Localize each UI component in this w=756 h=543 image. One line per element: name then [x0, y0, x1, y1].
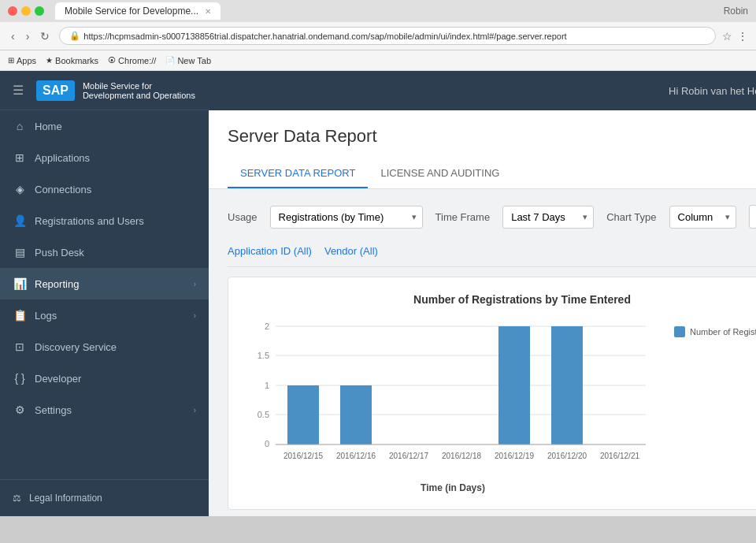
top-bar: Hi Robin van het Hof 👤 ?: [209, 71, 756, 110]
svg-text:2: 2: [265, 322, 269, 331]
sidebar-item-pushdesk[interactable]: ▤ Push Desk: [0, 236, 209, 268]
logs-chevron-icon: ›: [194, 311, 196, 320]
usage-select[interactable]: Registrations (by Time) Registrations (b…: [270, 206, 423, 229]
chart-svg: 2 1.5 1 0.5 0: [244, 318, 662, 476]
chrome-icon: ⦿: [108, 56, 116, 65]
sidebar-item-registrations[interactable]: 👤 Registrations and Users: [0, 205, 209, 236]
bookmark-newtab[interactable]: 📄 New Tab: [165, 56, 211, 65]
legend-color-swatch: [674, 326, 685, 337]
bookmark-bookmarks[interactable]: ★ Bookmarks: [46, 56, 98, 65]
svg-text:2016/12/18: 2016/12/18: [442, 452, 481, 460]
bar-20161215: [287, 385, 319, 444]
applications-icon: ⊞: [13, 151, 27, 164]
menu-icon[interactable]: ⋮: [737, 30, 748, 43]
sidebar-app-title: Mobile Service for Development and Opera…: [83, 81, 196, 100]
hamburger-icon[interactable]: ☰: [13, 83, 24, 98]
chart-main: 2 1.5 1 0.5 0: [244, 318, 662, 493]
settings-icon: ⚙: [13, 404, 27, 416]
legend-label: Number of Registrations: [690, 327, 756, 337]
bookmark-chrome[interactable]: ⦿ Chrome://: [108, 56, 156, 65]
timeframe-select-wrapper: Last 7 Days Last 30 Days Last 90 Days: [502, 206, 594, 229]
content-header: Server Data Report SERVER DATA REPORT LI…: [209, 110, 756, 189]
browser-chrome: Mobile Service for Developme... ✕ Robin …: [0, 0, 756, 71]
tab-server-data-report[interactable]: SERVER DATA REPORT: [228, 159, 368, 188]
main-content: Server Data Report SERVER DATA REPORT LI…: [209, 110, 756, 516]
timeframe-label: Time Frame: [435, 211, 491, 223]
secure-icon: 🔒: [69, 31, 80, 41]
bookmarks-bar: ⊞ Apps ★ Bookmarks ⦿ Chrome:// 📄 New Tab: [0, 50, 756, 71]
svg-text:0.5: 0.5: [258, 410, 269, 419]
bar-20161219: [498, 326, 530, 444]
home-icon: ⌂: [13, 120, 27, 132]
browser-nav: ‹ › ↻: [8, 28, 53, 44]
registrations-icon: 👤: [13, 214, 27, 227]
maximize-dot[interactable]: [35, 6, 44, 16]
bar-20161216: [340, 385, 372, 444]
close-dot[interactable]: [8, 6, 17, 16]
legal-information-item[interactable]: ⚖ Legal Information: [13, 489, 196, 507]
svg-text:2016/12/20: 2016/12/20: [547, 452, 587, 460]
sidebar-item-applications-label: Applications: [35, 152, 90, 164]
sidebar-item-logs[interactable]: 📋 Logs ›: [0, 299, 209, 331]
back-button[interactable]: ‹: [8, 28, 18, 44]
sidebar-item-settings[interactable]: ⚙ Settings ›: [0, 394, 209, 426]
application-filter-link[interactable]: Application ID (All): [228, 245, 312, 257]
chrome-label: Chrome://: [118, 56, 156, 65]
refresh-button[interactable]: ↻: [37, 28, 53, 44]
forward-button[interactable]: ›: [23, 28, 33, 44]
tab-server-label: SERVER DATA REPORT: [240, 167, 355, 179]
legal-icon: ⚖: [13, 493, 21, 504]
sidebar-item-logs-label: Logs: [35, 310, 57, 322]
sidebar-item-developer[interactable]: { } Developer: [0, 363, 209, 394]
sidebar-item-settings-label: Settings: [35, 404, 72, 416]
chart-legend: Number of Registrations: [674, 318, 756, 493]
page-title: Server Data Report: [228, 126, 756, 147]
url-bar[interactable]: 🔒 https://hcpmsadmin-s0007138856trial.di…: [59, 27, 716, 45]
svg-text:1: 1: [265, 381, 269, 390]
top-bar-right: Hi Robin van het Hof 👤 ?: [669, 80, 756, 102]
minimize-dot[interactable]: [21, 6, 31, 16]
discovery-icon: ⊡: [13, 340, 27, 353]
sidebar-item-reporting[interactable]: 📊 Reporting ›: [0, 268, 209, 299]
bookmarks-label: Bookmarks: [55, 56, 98, 65]
filter-row: Usage Registrations (by Time) Registrati…: [228, 205, 756, 229]
browser-tab[interactable]: Mobile Service for Developme... ✕: [55, 2, 220, 20]
sidebar-item-connections-label: Connections: [35, 184, 91, 195]
sidebar-item-home-label: Home: [35, 121, 62, 132]
content-body: Usage Registrations (by Time) Registrati…: [209, 189, 756, 516]
bookmark-icon[interactable]: ☆: [722, 30, 732, 43]
sidebar-item-developer-label: Developer: [35, 373, 81, 385]
newtab-icon: 📄: [165, 56, 175, 65]
x-axis-label: Time (in Days): [244, 482, 662, 493]
browser-user: Robin: [724, 6, 748, 17]
browser-dots: [8, 6, 44, 16]
sidebar-item-home[interactable]: ⌂ Home: [0, 110, 209, 142]
timeframe-select[interactable]: Last 7 Days Last 30 Days Last 90 Days: [502, 206, 594, 229]
url-text: https://hcpmsadmin-s0007138856trial.disp…: [83, 32, 566, 41]
tab-license-label: LICENSE AND AUDITING: [380, 167, 499, 179]
charttype-label: Chart Type: [606, 211, 656, 223]
pushdesk-icon: ▤: [13, 246, 27, 258]
newtab-label: New Tab: [177, 56, 211, 65]
sidebar-item-discovery[interactable]: ⊡ Discovery Service: [0, 331, 209, 363]
charttype-select[interactable]: Column Bar Line: [669, 206, 736, 229]
developer-icon: { }: [13, 372, 27, 385]
user-greeting: Hi Robin van het Hof: [669, 85, 756, 97]
settings-chevron-icon: ›: [194, 406, 196, 415]
sidebar-item-applications[interactable]: ⊞ Applications: [0, 142, 209, 173]
svg-text:2016/12/16: 2016/12/16: [336, 452, 376, 460]
app-container: ☰ SAP Mobile Service for Development and…: [0, 71, 756, 516]
tab-close-icon[interactable]: ✕: [205, 7, 211, 16]
sidebar-item-pushdesk-label: Push Desk: [35, 247, 84, 258]
legal-label: Legal Information: [29, 493, 102, 504]
bar-20161220: [551, 326, 583, 444]
tabs: SERVER DATA REPORT LICENSE AND AUDITING: [228, 159, 756, 188]
tab-license-auditing[interactable]: LICENSE AND AUDITING: [368, 159, 512, 188]
sidebar-footer: ⚖ Legal Information: [0, 479, 209, 516]
bookmark-apps[interactable]: ⊞ Apps: [8, 56, 36, 65]
sidebar-item-connections[interactable]: ◈ Connections: [0, 173, 209, 205]
sidebar-nav: ⌂ Home ⊞ Applications ◈ Connections 👤 Re…: [0, 110, 209, 479]
vendor-filter-link[interactable]: Vendor (All): [324, 245, 378, 257]
chart-title: Number of Registrations by Time Entered: [244, 293, 756, 306]
table-view-button[interactable]: ⊞: [749, 205, 756, 229]
